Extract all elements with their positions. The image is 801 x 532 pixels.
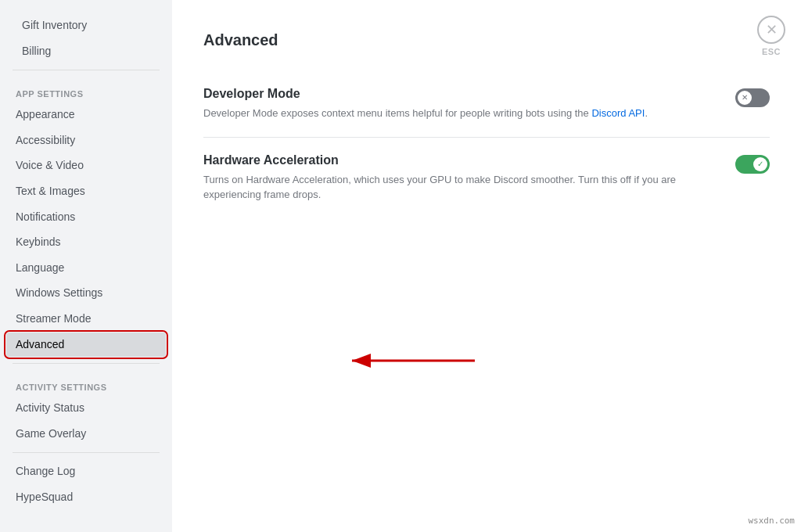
developer-mode-toggle-track[interactable]: ✕ bbox=[735, 88, 770, 107]
sidebar-item-appearance[interactable]: Appearance bbox=[6, 102, 166, 128]
hardware-acceleration-row: Hardware Acceleration Turns on Hardware … bbox=[203, 138, 770, 218]
sidebar-label-billing: Billing bbox=[22, 44, 51, 59]
developer-mode-toggle-thumb: ✕ bbox=[738, 91, 752, 105]
close-button[interactable]: ✕ bbox=[757, 16, 785, 44]
sidebar-item-billing[interactable]: Billing bbox=[13, 39, 160, 64]
sidebar-label-language: Language bbox=[16, 261, 64, 276]
developer-mode-toggle[interactable]: ✕ bbox=[735, 88, 770, 107]
sidebar-top-section: Gift Inventory Billing bbox=[0, 13, 172, 63]
esc-label: ESC bbox=[762, 47, 781, 56]
sidebar-item-windows-settings[interactable]: Windows Settings bbox=[6, 281, 166, 306]
hardware-acceleration-info: Hardware Acceleration Turns on Hardware … bbox=[203, 153, 735, 203]
sidebar-label-keybinds: Keybinds bbox=[16, 235, 61, 250]
sidebar-item-advanced[interactable]: Advanced bbox=[6, 332, 166, 358]
esc-button-container: ✕ ESC bbox=[757, 16, 785, 56]
hardware-acceleration-toggle-thumb: ✓ bbox=[753, 157, 767, 171]
sidebar-label-accessibility: Accessibility bbox=[16, 133, 75, 149]
sidebar-item-gift-inventory[interactable]: Gift Inventory bbox=[13, 13, 160, 38]
divider-middle bbox=[13, 363, 160, 364]
sidebar-label-windows-settings: Windows Settings bbox=[16, 286, 102, 301]
activity-settings-label: ACTIVITY SETTINGS bbox=[0, 370, 172, 395]
hardware-acceleration-toggle-icon: ✓ bbox=[757, 160, 763, 168]
page-title: Advanced bbox=[203, 31, 770, 49]
developer-mode-desc-before: Developer Mode exposes context menu item… bbox=[203, 107, 591, 119]
discord-api-link[interactable]: Discord API bbox=[591, 107, 645, 119]
sidebar-item-change-log[interactable]: Change Log bbox=[6, 459, 166, 484]
sidebar-label-game-overlay: Game Overlay bbox=[16, 426, 86, 442]
sidebar-label-activity-status: Activity Status bbox=[16, 401, 84, 416]
sidebar-label-notifications: Notifications bbox=[16, 210, 75, 225]
sidebar-label-appearance: Appearance bbox=[16, 107, 75, 123]
main-content: ✕ ESC Advanced Developer Mode Developer … bbox=[172, 0, 801, 532]
hardware-acceleration-description: Turns on Hardware Acceleration, which us… bbox=[203, 172, 710, 203]
sidebar-item-accessibility[interactable]: Accessibility bbox=[6, 128, 166, 153]
developer-mode-toggle-icon: ✕ bbox=[742, 94, 748, 102]
sidebar-item-streamer-mode[interactable]: Streamer Mode bbox=[6, 307, 166, 332]
developer-mode-desc-after: . bbox=[645, 107, 648, 119]
sidebar-item-text-images[interactable]: Text & Images bbox=[6, 179, 166, 204]
app-settings-label: APP SETTINGS bbox=[0, 77, 172, 102]
developer-mode-name: Developer Mode bbox=[203, 87, 710, 101]
hardware-acceleration-toggle[interactable]: ✓ bbox=[735, 155, 770, 174]
sidebar: Gift Inventory Billing APP SETTINGS Appe… bbox=[0, 0, 172, 532]
sidebar-item-keybinds[interactable]: Keybinds bbox=[6, 230, 166, 255]
sidebar-item-game-overlay[interactable]: Game Overlay bbox=[6, 422, 166, 447]
annotation-arrow bbox=[346, 349, 487, 372]
sidebar-label-streamer-mode: Streamer Mode bbox=[16, 311, 91, 327]
developer-mode-row: Developer Mode Developer Mode exposes co… bbox=[203, 71, 770, 137]
divider-top bbox=[13, 70, 160, 70]
watermark: wsxdn.com bbox=[748, 516, 795, 526]
divider-bottom bbox=[13, 452, 160, 453]
sidebar-label-hypesquad: HypeSquad bbox=[16, 490, 73, 505]
sidebar-item-voice-video[interactable]: Voice & Video bbox=[6, 153, 166, 178]
hardware-acceleration-name: Hardware Acceleration bbox=[203, 153, 710, 167]
hardware-acceleration-toggle-track[interactable]: ✓ bbox=[735, 155, 770, 174]
sidebar-label-change-log: Change Log bbox=[16, 464, 75, 480]
sidebar-label-advanced: Advanced bbox=[16, 337, 64, 353]
developer-mode-description: Developer Mode exposes context menu item… bbox=[203, 106, 710, 121]
developer-mode-info: Developer Mode Developer Mode exposes co… bbox=[203, 87, 735, 121]
sidebar-label-text-images: Text & Images bbox=[16, 184, 85, 200]
sidebar-item-language[interactable]: Language bbox=[6, 256, 166, 281]
sidebar-item-activity-status[interactable]: Activity Status bbox=[6, 396, 166, 421]
sidebar-item-hypesquad[interactable]: HypeSquad bbox=[6, 485, 166, 510]
sidebar-label-voice-video: Voice & Video bbox=[16, 158, 84, 174]
sidebar-item-notifications[interactable]: Notifications bbox=[6, 205, 166, 230]
sidebar-label-gift-inventory: Gift Inventory bbox=[22, 18, 87, 34]
